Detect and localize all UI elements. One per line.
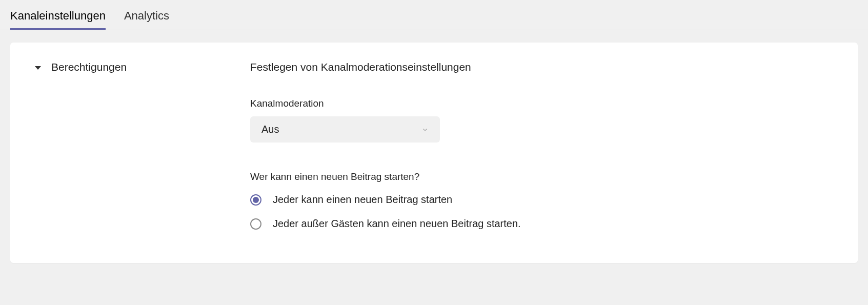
moderation-dropdown[interactable]: Aus (250, 116, 440, 143)
radio-icon (250, 218, 261, 230)
tab-bar: Kanaleinstellungen Analytics (0, 0, 868, 30)
radio-label: Jeder kann einen neuen Beitrag starten (273, 194, 452, 206)
tab-label: Analytics (124, 9, 169, 22)
section-title: Berechtigungen (51, 61, 127, 73)
caret-down-icon (35, 66, 41, 70)
section-description: Festlegen von Kanalmoderationseinstellun… (250, 61, 833, 73)
post-radio-group: Jeder kann einen neuen Beitrag starten J… (250, 194, 833, 230)
section-header[interactable]: Berechtigungen (35, 61, 250, 73)
radio-option-everyone[interactable]: Jeder kann einen neuen Beitrag starten (250, 194, 833, 206)
section-content: Festlegen von Kanalmoderationseinstellun… (250, 61, 833, 230)
chevron-down-icon (421, 126, 429, 133)
radio-label: Jeder außer Gästen kann einen neuen Beit… (273, 218, 521, 230)
panel-wrapper: Berechtigungen Festlegen von Kanalmodera… (0, 30, 868, 263)
tab-analytics[interactable]: Analytics (124, 9, 169, 30)
radio-icon (250, 194, 261, 206)
tab-channel-settings[interactable]: Kanaleinstellungen (10, 9, 106, 30)
radio-option-except-guests[interactable]: Jeder außer Gästen kann einen neuen Beit… (250, 218, 833, 230)
post-question-label: Wer kann einen neuen Beitrag starten? (250, 171, 833, 182)
moderation-label: Kanalmoderation (250, 98, 833, 109)
dropdown-value: Aus (261, 124, 279, 135)
radio-dot-icon (253, 197, 259, 203)
settings-panel: Berechtigungen Festlegen von Kanalmodera… (10, 43, 858, 263)
permissions-section: Berechtigungen Festlegen von Kanalmodera… (35, 61, 833, 230)
tab-label: Kanaleinstellungen (10, 9, 106, 22)
